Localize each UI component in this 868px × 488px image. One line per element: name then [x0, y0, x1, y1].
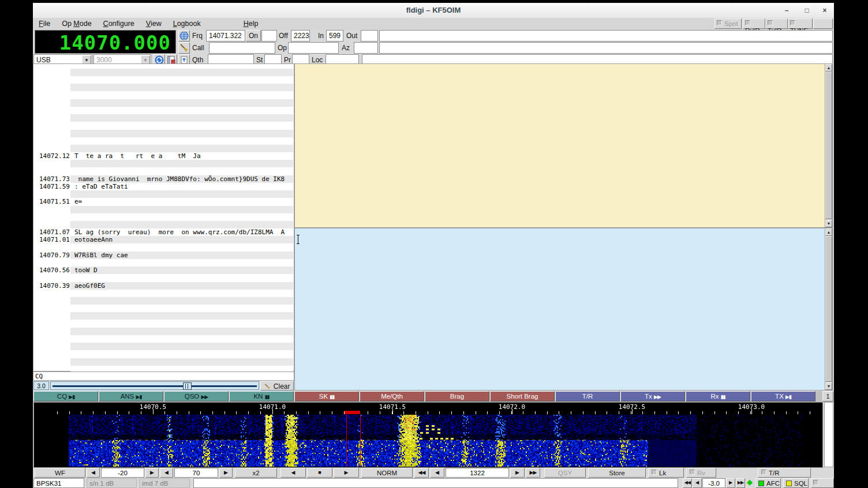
lock-button[interactable]: Lk	[648, 468, 684, 478]
browser-row[interactable]	[70, 305, 293, 312]
scroll-up-icon[interactable]: ▲	[825, 64, 832, 72]
mode-status[interactable]: BPSK31	[33, 478, 84, 488]
browser-row[interactable]	[70, 137, 293, 145]
browser-seek-field[interactable]: CQ	[33, 371, 294, 381]
browser-row[interactable]: e=	[70, 198, 293, 205]
scroll-up-icon[interactable]: ▲	[825, 228, 832, 236]
browser-row[interactable]	[70, 114, 293, 122]
browser-row[interactable]	[70, 145, 293, 152]
tx-scroll-thumb[interactable]	[825, 236, 832, 382]
rst-in-field[interactable]: 599	[326, 30, 343, 42]
menu-configure[interactable]: Configure	[98, 18, 140, 28]
ampspan-left-button[interactable]: ◀	[87, 468, 100, 478]
tx-text-panel[interactable]	[294, 228, 833, 391]
store-button[interactable]: Store	[588, 468, 646, 478]
browser-row[interactable]	[70, 76, 293, 84]
reflevel-left-button[interactable]: ◀	[160, 468, 173, 478]
menu-logbook[interactable]: Logbook	[167, 18, 207, 28]
scroll-right-button[interactable]: ▶	[334, 468, 359, 478]
browser-row[interactable]	[70, 312, 293, 320]
macro-set-button[interactable]: 1	[822, 391, 833, 401]
tx-scrollbar[interactable]: ▲ ▼	[825, 228, 833, 391]
waterfall-canvas[interactable]	[35, 403, 822, 467]
freq-up-button[interactable]: ▶	[726, 478, 735, 488]
carrier-fast-down-button[interactable]: ◀◀	[414, 468, 429, 478]
macro-button-t-r[interactable]: T/R	[555, 391, 620, 401]
rst-out-field[interactable]	[361, 30, 378, 42]
browser-row[interactable]	[70, 328, 293, 335]
waterfall[interactable]	[33, 402, 823, 468]
menu-file[interactable]: File	[33, 18, 56, 28]
call-field[interactable]	[209, 42, 275, 54]
az-field[interactable]	[354, 42, 378, 54]
macro-button-tx[interactable]: TX ▶▮	[751, 391, 815, 401]
browser-row[interactable]	[70, 358, 293, 366]
browser-row[interactable]: T te a ra t rt e a tM Ja	[70, 152, 293, 160]
browser-row[interactable]	[70, 297, 293, 305]
browser-row[interactable]: aeoGf0EG	[70, 282, 293, 290]
freq-offset-value[interactable]: -3.0	[702, 478, 725, 488]
browser-row[interactable]	[70, 84, 293, 91]
browser-row[interactable]	[70, 99, 293, 107]
browser-row[interactable]	[70, 274, 293, 281]
macro-button-ans[interactable]: ANS ▶▮	[99, 391, 163, 401]
browser-row[interactable]: tooW D	[70, 266, 293, 274]
rxid-button[interactable]: RxID	[743, 18, 765, 29]
tune-button[interactable]: TUNE	[788, 18, 813, 29]
browser-row[interactable]	[70, 290, 293, 297]
rx-text-panel[interactable]	[294, 63, 833, 228]
carrier-down-button[interactable]: ◀	[430, 468, 444, 478]
scroll-down-icon[interactable]: ▼	[825, 382, 832, 390]
browser-row[interactable]: : eTaD eTaTati	[70, 183, 293, 190]
freq-down-button[interactable]: ◀	[693, 478, 702, 488]
slider-handle[interactable]	[183, 382, 192, 390]
speed-button[interactable]: NORM	[361, 468, 413, 478]
menu-view[interactable]: View	[140, 18, 167, 28]
carrier-up-button[interactable]: ▶	[510, 468, 525, 478]
browser-row[interactable]	[70, 350, 293, 358]
browser-row[interactable]	[70, 320, 293, 328]
qso-freq-button[interactable]	[178, 30, 190, 42]
browser-row[interactable]	[70, 130, 293, 137]
frq-field[interactable]: 14071.322	[206, 30, 245, 42]
zoom-button[interactable]: x2	[235, 468, 277, 478]
browser-row[interactable]	[70, 221, 293, 228]
browser-row[interactable]	[70, 213, 293, 221]
macro-button-kn[interactable]: KN ▮▮	[229, 391, 294, 401]
browser-row[interactable]	[70, 259, 293, 266]
freq-fast-down-button[interactable]: ◀◀	[683, 478, 692, 488]
browser-row[interactable]	[70, 122, 293, 129]
browser-row[interactable]	[70, 335, 293, 343]
rx-scroll-thumb[interactable]	[825, 72, 832, 219]
clear-button[interactable]: Clear	[260, 381, 294, 391]
browser-row[interactable]: W7RšBl dmy cae	[70, 251, 293, 259]
scroll-down-icon[interactable]: ▼	[825, 220, 832, 227]
browser-row[interactable]	[70, 92, 293, 99]
carrier-fast-up-button[interactable]: ▶▶	[526, 468, 540, 478]
macro-button-sk[interactable]: SK ▮▮	[294, 391, 359, 401]
on-button[interactable]: On	[246, 30, 261, 42]
scroll-center-button[interactable]: ■	[307, 468, 332, 478]
op-field[interactable]	[288, 42, 339, 54]
browser-row[interactable]	[70, 69, 293, 76]
time-on-field[interactable]	[261, 30, 277, 42]
browser-row[interactable]	[70, 244, 293, 251]
txid-button[interactable]: TxID	[765, 18, 788, 29]
browser-row[interactable]: name is Giovanni mrno JM88DVfo: wÖo.comn…	[70, 175, 293, 183]
macro-button-brag[interactable]: Brag	[425, 391, 489, 401]
sql-button[interactable]: SQL	[783, 478, 809, 488]
browser-row[interactable]: SL ag (sorry ureau) more on www.qrz.com/…	[70, 228, 293, 236]
freq-fast-up-button[interactable]: ▶▶	[736, 478, 745, 488]
menu-op-mode[interactable]: Op Mode	[56, 18, 97, 28]
menu-help[interactable]: Help	[238, 18, 264, 28]
squelch-slider[interactable]	[50, 381, 259, 390]
ampspan-right-button[interactable]: ▶	[145, 468, 159, 478]
tr-button[interactable]: T/R	[758, 468, 811, 478]
maximize-icon[interactable]: □	[802, 6, 812, 15]
macro-button-cq[interactable]: CQ ▶▮	[33, 391, 98, 401]
browser-row[interactable]	[70, 168, 293, 175]
reflevel-right-button[interactable]: ▶	[219, 468, 233, 478]
notes-field-2[interactable]	[379, 42, 833, 54]
notes-field-1[interactable]	[379, 30, 833, 42]
browser-row[interactable]	[70, 190, 293, 198]
